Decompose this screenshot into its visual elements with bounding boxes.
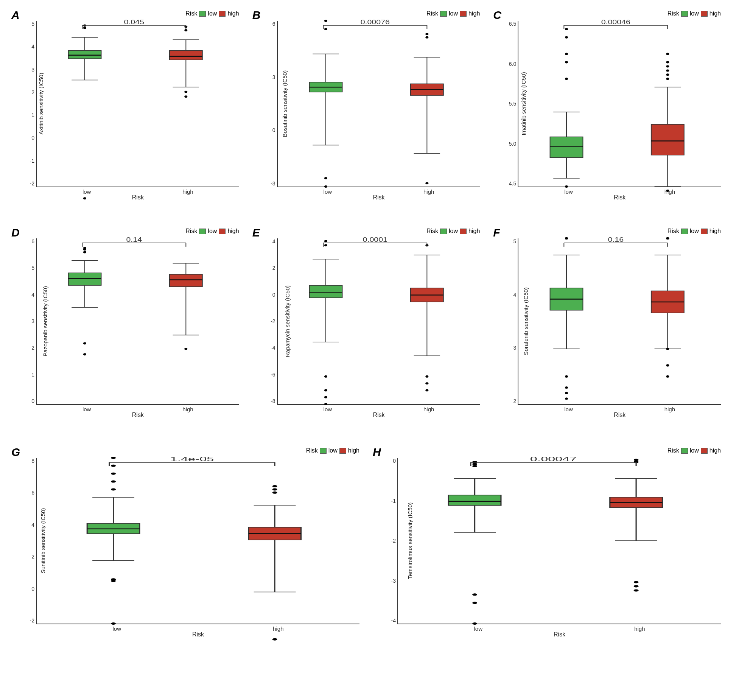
x-tick: low: [82, 188, 91, 195]
y-ticks-A: 543210-1-2: [22, 21, 34, 187]
svg-text:1.4e-05: 1.4e-05: [170, 456, 214, 463]
svg-rect-90: [170, 274, 202, 287]
svg-point-65: [666, 78, 669, 80]
svg-point-67: [666, 69, 669, 72]
legend-high-label: high: [227, 228, 239, 235]
x-ticks-D: lowhigh: [37, 406, 239, 412]
legend-low-label: low: [208, 10, 217, 17]
legend-low-label: low: [690, 447, 699, 454]
legend-B: Risk low high: [426, 10, 480, 17]
svg-point-186: [472, 622, 477, 625]
y-tick: -3: [384, 578, 396, 584]
svg-point-106: [324, 403, 327, 405]
y-tick: 4: [22, 522, 34, 528]
svg-point-198: [634, 589, 639, 591]
legend-red-box: [219, 11, 226, 17]
x-ticks-A: lowhigh: [37, 188, 239, 195]
legend-low-label: low: [690, 10, 699, 17]
x-tick: low: [324, 406, 332, 412]
svg-point-83: [83, 251, 86, 254]
svg-point-39: [425, 182, 428, 184]
legend-high-label: high: [227, 10, 239, 17]
x-tick: low: [82, 406, 91, 412]
svg-point-170: [272, 638, 277, 641]
y-tick: 2: [504, 398, 516, 404]
x-axis-label-G: Risk: [192, 631, 204, 638]
svg-point-189: [472, 461, 477, 463]
svg-point-132: [565, 375, 568, 378]
legend-title: Risk: [668, 10, 679, 17]
svg-point-105: [324, 396, 327, 398]
chart-area-H: Temsirolimus sensitivity (IC50)0-1-2-3-4…: [397, 458, 721, 624]
y-tick: 6: [22, 238, 34, 244]
svg-point-171: [272, 492, 277, 494]
legend-title: Risk: [668, 447, 679, 454]
svg-point-29: [324, 185, 327, 188]
y-tick: 2: [22, 89, 34, 95]
x-ticks-C: lowhigh: [518, 188, 721, 195]
y-ticks-D: 6543210: [22, 238, 34, 404]
legend-C: Risk low high: [668, 10, 721, 17]
x-axis-label-C: Risk: [614, 194, 626, 201]
chart-label-F: F: [493, 226, 500, 239]
chart-G: G Risk low high Sunitinib sensitivity (I…: [8, 443, 367, 658]
y-tick: 3: [22, 67, 34, 73]
svg-point-163: [111, 457, 116, 459]
chart-A: A Risk low high Axitinib sensitivity (IC…: [8, 6, 247, 221]
legend-title: Risk: [306, 447, 318, 454]
chart-F: F Risk low high Sorafenib sensitivity (I…: [489, 223, 728, 439]
x-tick: low: [113, 625, 121, 632]
svg-rect-101: [309, 285, 342, 298]
legend-red-box: [219, 229, 226, 234]
y-tick: 4: [22, 292, 34, 298]
boxplot-svg-H: 0.00047: [398, 458, 721, 624]
y-ticks-E: 420-2-4-6-8: [263, 238, 275, 404]
y-ticks-G: 86420-2: [22, 458, 34, 624]
svg-point-108: [324, 240, 327, 242]
y-tick: 6.5: [504, 21, 516, 27]
x-tick: low: [474, 625, 483, 632]
y-tick: 8: [22, 458, 34, 464]
y-tick: 3: [263, 74, 275, 80]
y-tick: 4: [504, 292, 516, 298]
svg-rect-4: [68, 50, 101, 59]
y-tick: 0: [22, 398, 34, 404]
svg-text:0.045: 0.045: [124, 19, 144, 26]
svg-text:0.16: 0.16: [608, 236, 624, 243]
y-tick: 5: [22, 265, 34, 271]
y-tick: -2: [22, 180, 34, 187]
legend-green-box: [681, 11, 688, 17]
x-tick: low: [564, 188, 573, 195]
legend-red-box: [701, 229, 708, 234]
svg-point-134: [565, 237, 568, 240]
chart-area-D: Pazopanib sensitivity (IC50)6543210Riskl…: [36, 238, 239, 405]
legend-green-box: [440, 11, 447, 17]
legend-low-label: low: [449, 228, 458, 235]
x-tick: low: [564, 406, 573, 412]
y-tick: 5.0: [504, 141, 516, 147]
chart-label-H: H: [373, 446, 381, 459]
svg-point-196: [634, 581, 639, 583]
y-tick: 2: [22, 554, 34, 560]
y-tick: -1: [22, 158, 34, 164]
boxplot-svg-D: 0.14: [37, 238, 239, 404]
svg-point-107: [324, 244, 327, 246]
y-tick: 3: [22, 318, 34, 324]
chart-D: D Risk low high Pazopanib sensitivity (I…: [8, 223, 247, 439]
y-ticks-H: 0-1-2-3-4: [384, 458, 396, 624]
y-tick: -2: [263, 318, 275, 324]
svg-text:0.00047: 0.00047: [530, 456, 577, 463]
y-tick: 1: [22, 112, 34, 118]
svg-point-159: [111, 488, 116, 490]
svg-point-142: [666, 364, 669, 367]
chart-H: H Risk low high Temsirolimus sensitivity…: [369, 443, 728, 658]
y-tick: 0: [384, 458, 396, 464]
legend-title: Risk: [185, 228, 197, 235]
svg-point-81: [83, 353, 86, 356]
y-tick: 6: [263, 21, 275, 27]
y-tick: 2: [263, 265, 275, 271]
legend-high-label: high: [468, 10, 480, 17]
svg-rect-13: [170, 50, 202, 60]
x-tick: high: [273, 625, 283, 632]
svg-point-173: [272, 485, 277, 487]
